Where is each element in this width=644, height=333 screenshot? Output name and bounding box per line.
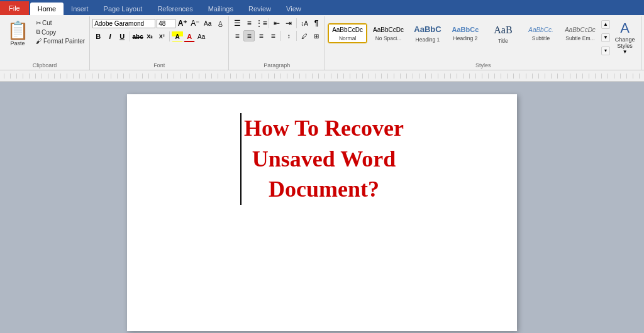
- style-heading2[interactable]: AaBbCc Heading 2: [447, 23, 484, 44]
- font-name-input[interactable]: [92, 19, 155, 28]
- justify-button[interactable]: ≡: [267, 30, 279, 41]
- tab-page-layout[interactable]: Page Layout: [96, 3, 150, 15]
- cut-button[interactable]: ✂ Cut: [34, 19, 87, 27]
- clipboard-group: 📋 Paste ✂ Cut ⧉ Copy 🖌 Format Painter Cl…: [0, 16, 90, 70]
- change-case-button[interactable]: Aa: [196, 31, 207, 42]
- strikethrough-button[interactable]: abc: [132, 31, 143, 42]
- subscript-button[interactable]: X₂: [144, 31, 155, 42]
- tab-file[interactable]: File: [0, 1, 29, 15]
- tab-view[interactable]: View: [279, 3, 309, 15]
- tab-references[interactable]: References: [150, 3, 200, 15]
- font-size-input[interactable]: [157, 19, 175, 28]
- style-heading1[interactable]: AaBbC Heading 1: [409, 21, 446, 45]
- paragraph-controls: ☰ ≡ ⋮≡ ⇤ ⇥ ↕A ¶ ≡ ≡ ≡ ≡ ↕ 🖊 ⊞: [231, 18, 322, 50]
- align-left-button[interactable]: ≡: [231, 30, 243, 41]
- list-buttons-row: ☰ ≡ ⋮≡ ⇤ ⇥ ↕A ¶: [231, 18, 322, 29]
- superscript-button[interactable]: X²: [156, 31, 167, 42]
- styles-label: Styles: [325, 62, 641, 68]
- document-title-line3: Document?: [244, 174, 404, 205]
- clipboard-label: Clipboard: [0, 62, 89, 68]
- show-formatting-button[interactable]: ¶: [311, 18, 322, 29]
- font-group: A⁺ A⁻ Aa A̲ B I U abc X₂ X² A A Aa Font: [90, 16, 229, 70]
- style-subtitle-label: Subtitle: [532, 35, 550, 41]
- align-buttons-row: ≡ ≡ ≡ ≡ ↕ 🖊 ⊞: [231, 30, 322, 41]
- tab-bar: File Home Insert Page Layout References …: [0, 0, 644, 15]
- text-effects-button[interactable]: A̲: [214, 18, 226, 29]
- font-name-row: A⁺ A⁻ Aa A̲: [92, 18, 226, 29]
- italic-button[interactable]: I: [104, 31, 116, 42]
- paragraph-label: Paragraph: [229, 62, 325, 68]
- editing-label: Editing: [641, 62, 644, 68]
- style-no-spacing[interactable]: AaBbCcDc No Spaci...: [369, 23, 408, 43]
- document-title-line2: Unsaved Word: [244, 144, 404, 175]
- editing-group: 🔍 Find ▼ ↔ Replace ⊡ Select ▼ Editing: [641, 16, 644, 70]
- style-normal[interactable]: AaBbCcDc Normal: [328, 23, 367, 43]
- increase-font-button[interactable]: A⁺: [177, 18, 188, 29]
- ribbon-tabs: File Home Insert Page Layout References …: [0, 0, 644, 15]
- document-area: How To Recover Unsaved Word Document?: [0, 82, 644, 333]
- style-subtitle-preview: AaBbCc.: [527, 25, 555, 35]
- document-title: How To Recover Unsaved Word Document?: [240, 113, 404, 205]
- copy-icon: ⧉: [36, 28, 40, 36]
- style-heading2-preview: AaBbCc: [452, 25, 479, 36]
- style-normal-preview: AaBbCcDc: [332, 25, 363, 35]
- para-sep4: [296, 31, 297, 41]
- style-subtle-em-label: Subtle Em...: [565, 35, 594, 41]
- styles-strip: AaBbCcDc Normal AaBbCcDc No Spaci... AaB…: [328, 20, 600, 55]
- bullets-button[interactable]: ☰: [231, 18, 243, 29]
- style-subtitle[interactable]: AaBbCc. Subtitle: [523, 23, 559, 43]
- shading-button[interactable]: 🖊: [299, 30, 310, 41]
- format-painter-button[interactable]: 🖌 Format Painter: [34, 37, 87, 45]
- paragraph-group: ☰ ≡ ⋮≡ ⇤ ⇥ ↕A ¶ ≡ ≡ ≡ ≡ ↕ 🖊 ⊞: [229, 16, 325, 70]
- borders-button[interactable]: ⊞: [311, 30, 322, 41]
- align-center-button[interactable]: ≡: [243, 30, 255, 41]
- style-heading2-label: Heading 2: [453, 35, 478, 41]
- style-scroll-up[interactable]: ▲: [601, 20, 610, 29]
- font-format-row: B I U abc X₂ X² A A Aa: [92, 31, 207, 42]
- style-no-spacing-label: No Spaci...: [375, 35, 402, 41]
- numbering-button[interactable]: ≡: [243, 18, 255, 29]
- tab-review[interactable]: Review: [241, 3, 279, 15]
- style-no-spacing-preview: AaBbCcDc: [373, 25, 404, 35]
- scissors-icon: ✂: [36, 19, 41, 26]
- styles-group: AaBbCcDc Normal AaBbCcDc No Spaci... AaB…: [325, 16, 641, 70]
- style-title-label: Title: [498, 38, 508, 44]
- para-sep2: [296, 18, 297, 28]
- ruler: [0, 70, 644, 82]
- copy-button[interactable]: ⧉ Copy: [34, 28, 87, 36]
- style-normal-label: Normal: [339, 35, 356, 41]
- separator2: [169, 31, 170, 41]
- font-color-button[interactable]: A: [184, 31, 195, 42]
- clear-format-button[interactable]: Aa: [202, 18, 213, 29]
- line-spacing-button[interactable]: ↕: [283, 30, 294, 41]
- paste-label: Paste: [10, 40, 25, 46]
- change-styles-button[interactable]: A Change Styles ▼: [611, 18, 639, 57]
- text-highlight-button[interactable]: A: [172, 31, 183, 42]
- bold-button[interactable]: B: [92, 31, 104, 42]
- paste-icon: 📋: [8, 20, 28, 40]
- clipboard-sub-buttons: ✂ Cut ⧉ Copy 🖌 Format Painter: [34, 18, 87, 54]
- change-styles-label: Change Styles: [615, 36, 635, 49]
- decrease-font-button[interactable]: A⁻: [189, 18, 201, 29]
- tab-home[interactable]: Home: [30, 3, 64, 15]
- change-styles-icon: A: [620, 20, 630, 36]
- underline-button[interactable]: U: [116, 31, 128, 42]
- font-label: Font: [90, 62, 228, 68]
- align-right-button[interactable]: ≡: [255, 30, 267, 41]
- sort-button[interactable]: ↕A: [299, 18, 310, 29]
- multilevel-list-button[interactable]: ⋮≡: [255, 18, 267, 29]
- decrease-indent-button[interactable]: ⇤: [271, 18, 282, 29]
- change-styles-arrow: ▼: [623, 49, 628, 55]
- style-title[interactable]: AaB Title: [485, 20, 521, 46]
- increase-indent-button[interactable]: ⇥: [283, 18, 294, 29]
- style-subtle-em[interactable]: AaBbCcDc Subtle Em...: [560, 23, 600, 43]
- para-sep1: [269, 18, 269, 28]
- style-scroll-down[interactable]: ▼: [601, 33, 610, 42]
- separator1: [130, 31, 130, 41]
- style-more[interactable]: ▾: [601, 46, 610, 55]
- tab-insert[interactable]: Insert: [64, 3, 96, 15]
- tab-mailings[interactable]: Mailings: [201, 3, 241, 15]
- format-painter-icon: 🖌: [36, 38, 42, 45]
- style-scroll-buttons: ▲ ▼ ▾: [601, 19, 610, 57]
- paste-button[interactable]: 📋 Paste: [3, 18, 33, 49]
